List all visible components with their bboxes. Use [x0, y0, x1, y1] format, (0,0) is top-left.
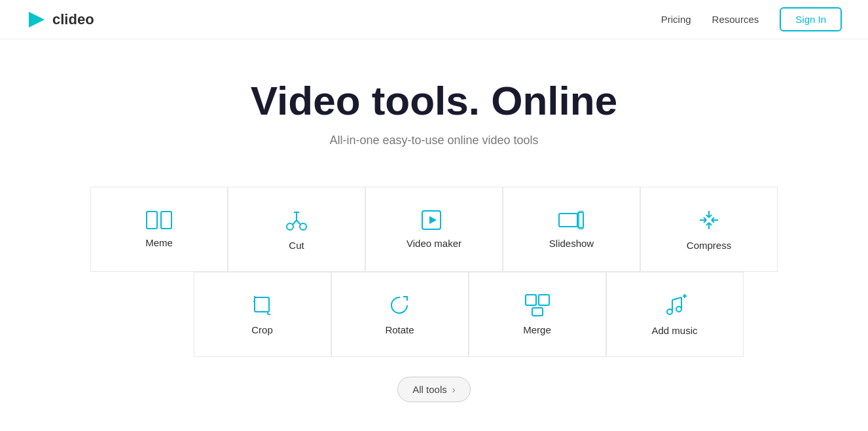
logo-icon [26, 9, 47, 30]
slideshow-label: Slideshow [549, 238, 594, 249]
tool-card-slideshow[interactable]: Slideshow [503, 187, 640, 272]
rotate-icon [389, 294, 411, 316]
svg-rect-30 [539, 295, 549, 305]
svg-point-32 [667, 309, 672, 314]
svg-rect-26 [255, 297, 269, 312]
tool-card-crop[interactable]: Crop [194, 272, 331, 357]
videomaker-icon [422, 210, 446, 230]
tool-card-rotate[interactable]: Rotate [331, 272, 469, 357]
crop-icon [251, 294, 274, 316]
resources-link[interactable]: Resources [712, 14, 759, 25]
compress-label: Compress [687, 240, 731, 251]
tool-card-compress[interactable]: Compress [640, 187, 778, 272]
svg-marker-10 [429, 216, 437, 224]
svg-rect-2 [161, 212, 172, 229]
crop-label: Crop [251, 324, 273, 335]
chevron-right-icon: › [452, 384, 456, 395]
sign-in-button[interactable]: Sign In [780, 7, 842, 31]
svg-line-35 [672, 297, 681, 300]
rotate-label: Rotate [385, 324, 414, 335]
tool-card-videomaker[interactable]: Video maker [365, 187, 503, 272]
all-tools-area: All tools › [397, 377, 471, 402]
svg-rect-29 [526, 295, 536, 305]
hero-section: Video tools. Online All-in-one easy-to-u… [0, 39, 868, 174]
tool-card-merge[interactable]: Merge [469, 272, 606, 357]
meme-icon [146, 211, 172, 229]
tools-row-1: Meme Cut [90, 187, 778, 272]
hero-title: Video tools. Online [13, 79, 855, 123]
cut-label: Cut [289, 240, 304, 251]
svg-line-6 [297, 220, 300, 225]
header: clideo Pricing Resources Sign In [0, 0, 868, 39]
addmusic-label: Add music [651, 325, 697, 336]
merge-label: Merge [523, 324, 551, 335]
svg-point-33 [676, 307, 681, 312]
videomaker-label: Video maker [407, 238, 461, 249]
svg-rect-11 [559, 214, 577, 227]
all-tools-label: All tools [412, 384, 447, 395]
meme-label: Meme [145, 237, 173, 248]
tools-row-2: Crop Rotate Merge [194, 272, 744, 357]
merge-icon [525, 294, 550, 316]
logo[interactable]: clideo [26, 9, 94, 30]
tool-card-cut[interactable]: Cut [228, 187, 365, 272]
slideshow-icon [558, 210, 585, 230]
svg-rect-1 [147, 212, 157, 229]
svg-line-5 [293, 220, 297, 225]
all-tools-button[interactable]: All tools › [397, 377, 471, 402]
compress-icon [697, 208, 721, 232]
tool-card-meme[interactable]: Meme [90, 187, 228, 272]
svg-rect-31 [532, 308, 543, 316]
addmusic-icon [663, 293, 687, 317]
tools-section: Meme Cut [0, 174, 868, 428]
nav: Pricing Resources Sign In [661, 7, 842, 31]
svg-marker-0 [29, 12, 45, 28]
cut-icon [285, 208, 308, 232]
logo-text: clideo [52, 11, 94, 28]
pricing-link[interactable]: Pricing [661, 14, 691, 25]
svg-rect-12 [578, 212, 583, 228]
hero-subtitle: All-in-one easy-to-use online video tool… [13, 134, 855, 147]
tool-card-addmusic[interactable]: Add music [606, 272, 744, 357]
